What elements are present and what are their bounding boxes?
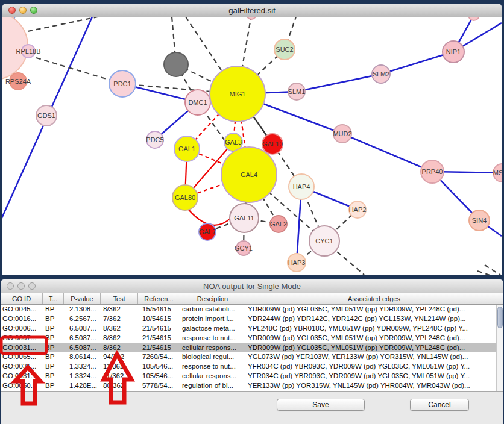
cell-description[interactable]: cellular respons... [180,343,245,353]
cell-reference[interactable]: 5778/54... [138,381,180,391]
cell-description[interactable]: carbon cataboli... [180,305,245,314]
cell-go-id[interactable]: GO:0031... [1,372,43,381]
cell-go-id[interactable]: GO:0065... [1,352,43,362]
cell-description[interactable]: response to nut... [180,334,245,343]
cell-reference[interactable]: 21/54615 [138,334,180,343]
cell-p-value[interactable]: 6.5087... [64,334,101,343]
cell-p-value[interactable]: 1.3324... [64,372,101,381]
cell-test[interactable]: 11/362 [101,362,138,372]
cell-reference[interactable]: 15/54615 [138,305,180,314]
minimize-button[interactable] [19,7,27,14]
cell-type[interactable]: BP [43,352,64,362]
cell-reference[interactable]: 7260/54... [138,352,180,362]
save-button[interactable]: Save [277,399,365,411]
cell-edges[interactable]: YDR244W (pp) YDR142C, YDR142C (pp) YGL15… [245,314,503,324]
cell-p-value[interactable]: 1.428E... [64,381,101,391]
cell-p-value[interactable]: 2.1308... [64,305,101,314]
node-topright[interactable] [468,17,479,20]
scrollbar-thumb[interactable] [497,307,503,328]
cell-type[interactable]: BP [43,372,64,381]
network-titlebar[interactable]: galFiltered.sif [2,4,502,17]
cell-test[interactable]: 8/362 [101,334,138,343]
cell-test[interactable]: 7/362 [101,314,138,324]
cell-type[interactable]: BP [43,343,64,353]
cell-p-value[interactable]: 1.3324... [64,362,101,372]
cell-test[interactable]: 11/362 [101,372,138,381]
cell-reference[interactable]: 21/54615 [138,324,180,334]
node-toppartial[interactable] [247,17,256,19]
column-header-1[interactable]: T... [43,293,64,304]
cell-description[interactable]: response to nut... [180,362,245,372]
cell-edges[interactable]: YPL248C (pd) YBR018C, YML051W (pp) YDR00… [245,324,503,334]
cell-test[interactable]: 80/362 [101,381,138,391]
cell-go-id[interactable]: GO:0050... [1,381,43,391]
cell-reference[interactable]: 105/546... [138,372,180,381]
cell-edges[interactable]: YDR009W (pd) YGL035C, YML051W (pp) YDR00… [245,343,503,353]
column-header-3[interactable]: Test [101,293,138,304]
cell-go-id[interactable]: GO:0031... [1,362,43,372]
table-row[interactable]: GO:0007...BP6.5087...8/36221/54615respon… [1,334,503,343]
cell-go-id[interactable]: GO:0007... [1,334,43,343]
node-label-GAL7: GAL7 [199,228,216,235]
noa-titlebar[interactable]: NOA output for Single Mode [1,279,503,293]
table-row[interactable]: GO:0031...BP6.5087...8/36221/54615cellul… [1,343,503,353]
cancel-button[interactable]: Cancel [410,399,469,411]
column-header-2[interactable]: P-value [64,293,101,304]
cell-type[interactable]: BP [43,362,64,372]
window-controls [8,7,37,14]
cell-p-value[interactable]: 6.5087... [64,324,101,334]
table-row[interactable]: GO:0006...BP6.5087...8/36221/54615galact… [1,324,503,334]
cell-type[interactable]: BP [43,381,64,391]
cell-edges[interactable]: YDR009W (pd) YGL035C, YML051W (pp) YDR00… [245,334,503,343]
close-button[interactable] [8,7,16,14]
cell-description[interactable]: regulation of bi... [180,381,245,391]
cell-test[interactable]: 8/362 [101,324,138,334]
cell-go-id[interactable]: GO:0031... [1,343,43,353]
cell-description[interactable]: protein import i... [180,314,245,324]
network-canvas[interactable]: RPL18BRPS24AGDS1PDC1DMC1MIG1SUC2SLM1SLM2… [2,17,502,275]
table-row[interactable]: GO:0050...BP1.428E...80/3625778/54...reg… [1,381,503,391]
cell-type[interactable]: BP [43,324,64,334]
cell-description[interactable]: galactose meta... [180,324,245,334]
cell-edges[interactable]: YFR034C (pd) YBR093C, YDR009W (pd) YGL03… [245,362,503,372]
table-row[interactable]: GO:0065...BP8.0614...94/3627260/54...bio… [1,352,503,362]
node-label-GAL3: GAL3 [225,139,242,146]
cell-test[interactable]: 94/362 [101,352,138,362]
cell-p-value[interactable]: 8.0614... [64,352,101,362]
close-button[interactable] [7,282,14,290]
cell-go-id[interactable]: GO:0006... [1,324,43,334]
cell-edges[interactable]: YDR009W (pd) YGL035C, YML051W (pp) YDR00… [245,305,503,314]
cell-edges[interactable]: YGL073W (pd) YER103W, YER133W (pp) YOR31… [245,352,503,362]
table-row[interactable]: GO:0031...BP1.3324...11/362105/546...res… [1,362,503,372]
cell-test[interactable]: 8/362 [101,305,138,314]
minimize-button[interactable] [17,282,25,290]
table-row[interactable]: GO:0016...BP6.2567...7/36210/54615protei… [1,314,503,324]
column-header-4[interactable]: Referen... [138,293,180,304]
cell-p-value[interactable]: 6.2567... [64,314,101,324]
cell-description[interactable]: cellular respons... [180,372,245,381]
cell-test[interactable]: 8/362 [101,343,138,353]
zoom-button[interactable] [28,282,36,290]
column-header-5[interactable]: Desciption [180,293,245,304]
table-scrollbar[interactable] [496,305,503,393]
cell-go-id[interactable]: GO:0016... [1,314,43,324]
cell-edges[interactable]: YER133W (pp) YOR315W, YNL145W (pd) YHR08… [245,381,503,391]
cell-p-value[interactable]: 6.5087... [64,343,101,353]
column-header-0[interactable]: GO ID [1,293,43,304]
table-row[interactable]: GO:0045...BP2.1308...8/36215/54615carbon… [1,305,503,314]
table-row[interactable]: GO:0031...BP1.3324...11/362105/546...cel… [1,372,503,381]
column-header-6[interactable]: Associated edges [245,293,503,304]
node-graynode[interactable] [164,52,188,76]
cell-reference[interactable]: 21/54615 [138,343,180,353]
node-label-GDS1: GDS1 [37,112,55,119]
cell-description[interactable]: biological regul... [180,352,245,362]
cell-reference[interactable]: 105/546... [138,362,180,372]
cell-go-id[interactable]: GO:0045... [1,305,43,314]
cell-type[interactable]: BP [43,314,64,324]
cell-type[interactable]: BP [43,334,64,343]
zoom-button[interactable] [30,7,37,14]
cell-type[interactable]: BP [43,305,64,314]
cell-reference[interactable]: 10/54615 [138,314,180,324]
cell-edges[interactable]: YFR034C (pd) YBR093C, YDR009W (pd) YGL03… [245,372,503,381]
node-label-MSN5: MSN5 [493,169,502,176]
